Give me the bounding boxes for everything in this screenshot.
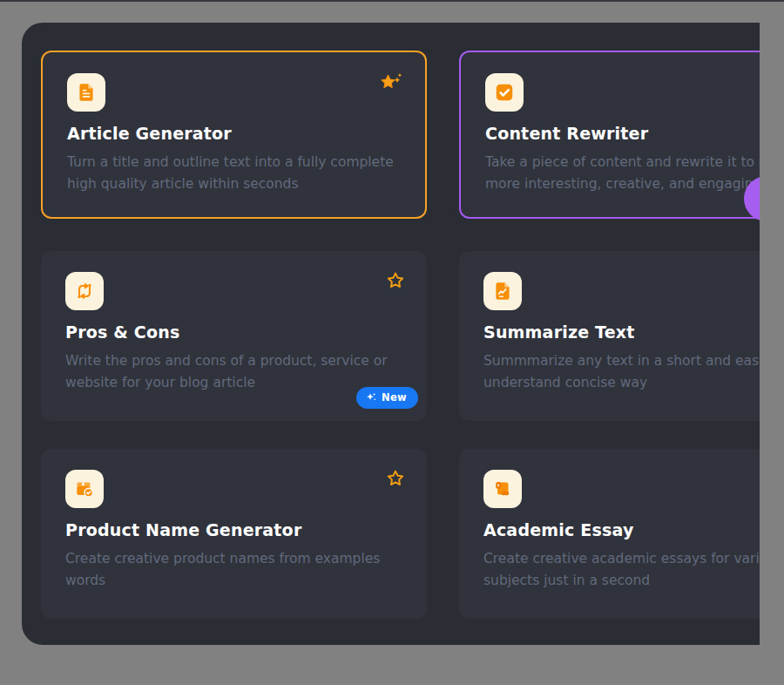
scroll-icon xyxy=(483,470,522,508)
favorite-star-icon[interactable] xyxy=(380,468,406,492)
tool-card-summarize-text[interactable]: Summarize Text Summmarize any text in a … xyxy=(459,251,784,421)
tool-card-pros-cons[interactable]: Pros & Cons Write the pros and cons of a… xyxy=(41,251,427,421)
card-description: Create creative product names from examp… xyxy=(65,548,402,591)
tool-card-academic-essay[interactable]: Academic Essay Create creative academic … xyxy=(459,449,784,619)
card-title: Product Name Generator xyxy=(65,519,402,540)
card-description: Turn a title and outline text into a ful… xyxy=(67,152,401,194)
card-description: Take a piece of content and rewrite it t… xyxy=(485,152,784,194)
card-description: Summmarize any text in a short and easy … xyxy=(483,350,784,393)
card-title: Content Rewriter xyxy=(485,123,784,144)
tool-card-content-rewriter[interactable]: Content Rewriter Take a piece of content… xyxy=(459,51,784,219)
article-document-icon xyxy=(67,73,105,112)
card-description: Write the pros and cons of a product, se… xyxy=(65,350,402,393)
card-title: Academic Essay xyxy=(483,519,784,540)
favorite-star-icon[interactable] xyxy=(380,270,406,295)
window-top-edge xyxy=(0,0,784,2)
viewport-right-gutter xyxy=(760,0,784,685)
summary-document-icon xyxy=(483,272,522,310)
card-title: Article Generator xyxy=(67,123,401,144)
favorite-magic-star-icon[interactable] xyxy=(378,71,404,96)
card-title: Pros & Cons xyxy=(65,322,402,342)
tool-card-product-name-generator[interactable]: Product Name Generator Create creative p… xyxy=(41,449,427,619)
check-square-icon xyxy=(485,73,524,112)
tool-card-article-generator[interactable]: Article Generator Turn a title and outli… xyxy=(41,51,427,219)
tools-grid-page: Article Generator Turn a title and outli… xyxy=(22,23,784,645)
card-description: Create creative academic essays for vari… xyxy=(483,548,784,591)
swap-arrows-icon xyxy=(65,272,104,310)
card-title: Summarize Text xyxy=(483,322,784,342)
sparkle-icon xyxy=(366,392,376,403)
new-badge-label: New xyxy=(382,391,407,404)
new-badge: New xyxy=(356,387,418,409)
package-check-icon xyxy=(65,470,104,508)
